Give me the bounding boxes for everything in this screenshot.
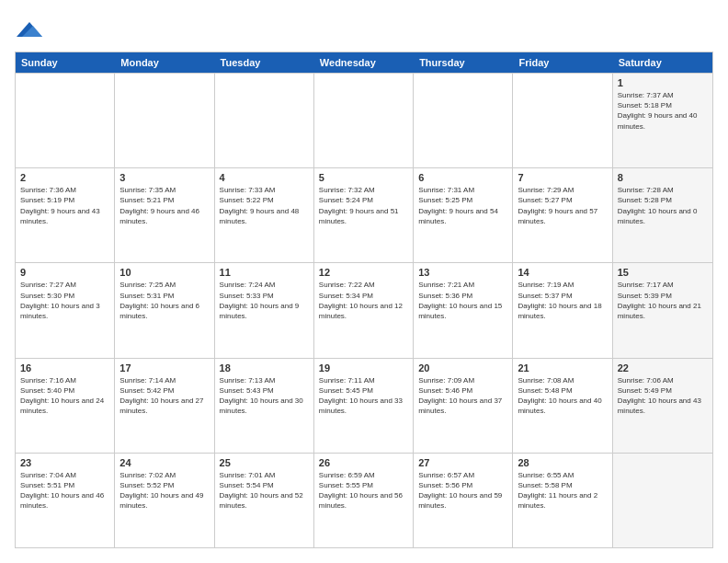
day-cell: 8Sunrise: 7:28 AM Sunset: 5:28 PM Daylig…	[613, 168, 712, 262]
day-info: Sunrise: 7:06 AM Sunset: 5:49 PM Dayligh…	[618, 375, 708, 417]
logo	[15, 18, 42, 44]
week-row-4: 16Sunrise: 7:16 AM Sunset: 5:40 PM Dayli…	[16, 358, 712, 453]
day-cell	[414, 74, 513, 167]
day-number: 9	[20, 267, 109, 278]
day-info: Sunrise: 7:16 AM Sunset: 5:40 PM Dayligh…	[20, 375, 109, 417]
day-info: Sunrise: 7:11 AM Sunset: 5:45 PM Dayligh…	[319, 375, 408, 417]
day-number: 12	[319, 267, 408, 278]
day-header-tuesday: Tuesday	[215, 52, 314, 73]
day-cell: 13Sunrise: 7:21 AM Sunset: 5:36 PM Dayli…	[414, 263, 513, 357]
day-info: Sunrise: 7:37 AM Sunset: 5:18 PM Dayligh…	[618, 90, 708, 132]
day-number: 4	[220, 172, 309, 183]
day-number: 6	[418, 172, 507, 183]
day-cell	[115, 74, 214, 167]
day-cell: 3Sunrise: 7:35 AM Sunset: 5:21 PM Daylig…	[115, 168, 214, 262]
day-cell: 22Sunrise: 7:06 AM Sunset: 5:49 PM Dayli…	[613, 359, 712, 453]
day-cell: 15Sunrise: 7:17 AM Sunset: 5:39 PM Dayli…	[613, 263, 712, 357]
day-number: 7	[518, 172, 607, 183]
day-number: 26	[319, 457, 408, 468]
day-headers: SundayMondayTuesdayWednesdayThursdayFrid…	[16, 52, 712, 73]
calendar: SundayMondayTuesdayWednesdayThursdayFrid…	[15, 52, 713, 548]
day-cell	[215, 74, 314, 167]
day-header-monday: Monday	[115, 52, 214, 73]
day-number: 8	[618, 172, 708, 183]
day-cell: 21Sunrise: 7:08 AM Sunset: 5:48 PM Dayli…	[513, 359, 612, 453]
day-cell: 23Sunrise: 7:04 AM Sunset: 5:51 PM Dayli…	[16, 454, 115, 547]
day-info: Sunrise: 6:55 AM Sunset: 5:58 PM Dayligh…	[518, 470, 607, 511]
week-row-1: 1Sunrise: 7:37 AM Sunset: 5:18 PM Daylig…	[16, 73, 712, 167]
day-cell	[314, 74, 414, 167]
day-cell: 24Sunrise: 7:02 AM Sunset: 5:52 PM Dayli…	[115, 454, 214, 547]
day-info: Sunrise: 7:27 AM Sunset: 5:30 PM Dayligh…	[20, 280, 109, 321]
day-info: Sunrise: 7:19 AM Sunset: 5:37 PM Dayligh…	[518, 280, 607, 321]
day-cell: 19Sunrise: 7:11 AM Sunset: 5:45 PM Dayli…	[314, 359, 414, 453]
day-number: 15	[618, 267, 708, 278]
day-info: Sunrise: 7:14 AM Sunset: 5:42 PM Dayligh…	[119, 375, 209, 417]
day-header-wednesday: Wednesday	[314, 52, 414, 73]
day-info: Sunrise: 7:35 AM Sunset: 5:21 PM Dayligh…	[119, 185, 209, 226]
day-cell: 10Sunrise: 7:25 AM Sunset: 5:31 PM Dayli…	[115, 263, 214, 357]
day-cell: 1Sunrise: 7:37 AM Sunset: 5:18 PM Daylig…	[613, 74, 712, 167]
day-header-thursday: Thursday	[414, 52, 513, 73]
day-cell: 11Sunrise: 7:24 AM Sunset: 5:33 PM Dayli…	[215, 263, 314, 357]
day-number: 5	[319, 172, 408, 183]
day-number: 21	[518, 362, 607, 373]
day-number: 28	[518, 457, 607, 468]
day-cell: 25Sunrise: 7:01 AM Sunset: 5:54 PM Dayli…	[215, 454, 314, 547]
day-number: 3	[119, 172, 209, 183]
day-info: Sunrise: 7:08 AM Sunset: 5:48 PM Dayligh…	[518, 375, 607, 417]
day-info: Sunrise: 7:01 AM Sunset: 5:54 PM Dayligh…	[220, 470, 309, 511]
week-row-5: 23Sunrise: 7:04 AM Sunset: 5:51 PM Dayli…	[16, 453, 712, 547]
calendar-body: 1Sunrise: 7:37 AM Sunset: 5:18 PM Daylig…	[16, 73, 712, 547]
day-number: 25	[220, 457, 309, 468]
day-header-friday: Friday	[513, 52, 612, 73]
day-info: Sunrise: 7:02 AM Sunset: 5:52 PM Dayligh…	[119, 470, 209, 511]
header	[15, 15, 713, 44]
day-cell	[513, 74, 612, 167]
day-info: Sunrise: 7:29 AM Sunset: 5:27 PM Dayligh…	[518, 185, 607, 226]
day-cell: 18Sunrise: 7:13 AM Sunset: 5:43 PM Dayli…	[215, 359, 314, 453]
day-number: 14	[518, 267, 607, 278]
day-cell: 17Sunrise: 7:14 AM Sunset: 5:42 PM Dayli…	[115, 359, 214, 453]
day-info: Sunrise: 7:28 AM Sunset: 5:28 PM Dayligh…	[618, 185, 708, 226]
day-number: 22	[618, 362, 708, 373]
day-info: Sunrise: 7:33 AM Sunset: 5:22 PM Dayligh…	[220, 185, 309, 226]
day-number: 27	[418, 457, 507, 468]
day-number: 19	[319, 362, 408, 373]
day-info: Sunrise: 7:24 AM Sunset: 5:33 PM Dayligh…	[220, 280, 309, 321]
day-cell: 20Sunrise: 7:09 AM Sunset: 5:46 PM Dayli…	[414, 359, 513, 453]
day-cell: 26Sunrise: 6:59 AM Sunset: 5:55 PM Dayli…	[314, 454, 414, 547]
day-cell: 5Sunrise: 7:32 AM Sunset: 5:24 PM Daylig…	[314, 168, 414, 262]
day-info: Sunrise: 7:21 AM Sunset: 5:36 PM Dayligh…	[418, 280, 507, 321]
day-number: 18	[220, 362, 309, 373]
day-info: Sunrise: 7:13 AM Sunset: 5:43 PM Dayligh…	[220, 375, 309, 417]
logo-icon	[17, 18, 42, 40]
day-number: 2	[20, 172, 109, 183]
day-number: 13	[418, 267, 507, 278]
day-cell: 16Sunrise: 7:16 AM Sunset: 5:40 PM Dayli…	[16, 359, 115, 453]
day-cell	[16, 74, 115, 167]
day-number: 20	[418, 362, 507, 373]
day-info: Sunrise: 7:09 AM Sunset: 5:46 PM Dayligh…	[418, 375, 507, 417]
day-cell: 14Sunrise: 7:19 AM Sunset: 5:37 PM Dayli…	[513, 263, 612, 357]
day-cell: 28Sunrise: 6:55 AM Sunset: 5:58 PM Dayli…	[513, 454, 612, 547]
day-cell: 7Sunrise: 7:29 AM Sunset: 5:27 PM Daylig…	[513, 168, 612, 262]
week-row-3: 9Sunrise: 7:27 AM Sunset: 5:30 PM Daylig…	[16, 262, 712, 357]
day-cell: 2Sunrise: 7:36 AM Sunset: 5:19 PM Daylig…	[16, 168, 115, 262]
day-info: Sunrise: 6:57 AM Sunset: 5:56 PM Dayligh…	[418, 470, 507, 511]
day-header-sunday: Sunday	[16, 52, 115, 73]
day-info: Sunrise: 6:59 AM Sunset: 5:55 PM Dayligh…	[319, 470, 408, 511]
day-number: 10	[119, 267, 209, 278]
day-info: Sunrise: 7:31 AM Sunset: 5:25 PM Dayligh…	[418, 185, 507, 226]
page: SundayMondayTuesdayWednesdayThursdayFrid…	[0, 0, 728, 563]
day-cell: 6Sunrise: 7:31 AM Sunset: 5:25 PM Daylig…	[414, 168, 513, 262]
day-number: 24	[119, 457, 209, 468]
day-number: 16	[20, 362, 109, 373]
day-info: Sunrise: 7:36 AM Sunset: 5:19 PM Dayligh…	[20, 185, 109, 226]
day-info: Sunrise: 7:32 AM Sunset: 5:24 PM Dayligh…	[319, 185, 408, 226]
day-cell	[613, 454, 712, 547]
day-cell: 27Sunrise: 6:57 AM Sunset: 5:56 PM Dayli…	[414, 454, 513, 547]
week-row-2: 2Sunrise: 7:36 AM Sunset: 5:19 PM Daylig…	[16, 167, 712, 262]
day-header-saturday: Saturday	[613, 52, 712, 73]
day-info: Sunrise: 7:25 AM Sunset: 5:31 PM Dayligh…	[119, 280, 209, 321]
